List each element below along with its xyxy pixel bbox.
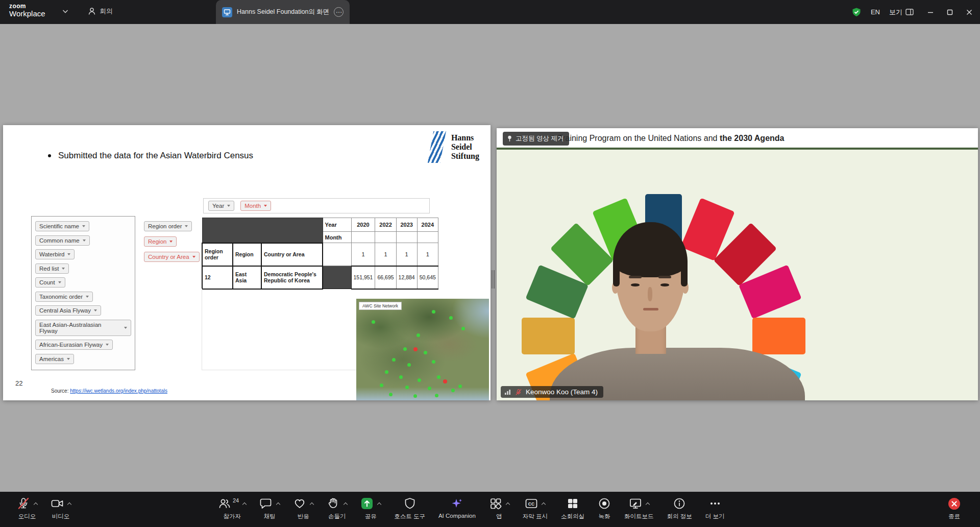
view-button[interactable]: 보기: [889, 8, 914, 17]
person-icon: [88, 7, 96, 15]
video-button[interactable]: 비디오: [44, 496, 78, 520]
row-field-label: Region order: [148, 223, 182, 229]
chevron-up-icon[interactable]: [377, 502, 381, 506]
month-value: 1: [351, 243, 375, 266]
meeting-tab-label: 회의: [100, 7, 113, 16]
whiteboard-button[interactable]: 화이트보드: [618, 496, 660, 520]
year-2022: 2022: [375, 218, 396, 232]
year-field-button[interactable]: Year: [208, 201, 234, 211]
month-field-button[interactable]: Month: [240, 201, 271, 211]
row-field-region[interactable]: Region: [144, 236, 177, 247]
chevron-up-icon[interactable]: [344, 502, 348, 506]
col-header-region: Region: [233, 243, 261, 266]
end-meeting-button[interactable]: 종료: [941, 496, 968, 520]
more-button[interactable]: 더 보기: [699, 496, 731, 520]
filter-label: Taxonomic order: [39, 294, 83, 300]
language-selector[interactable]: EN: [871, 8, 880, 16]
meeting-tab[interactable]: 회의: [88, 7, 113, 16]
chevron-down-icon[interactable]: [62, 9, 68, 14]
row-field-label: Region: [148, 238, 166, 245]
toolbar-label: 화이트보드: [624, 513, 654, 520]
toolbar-label: 채팅: [264, 513, 276, 520]
chevron-up-icon[interactable]: [67, 502, 71, 506]
captions-button[interactable]: CC 자막 표시: [516, 496, 554, 520]
dropdown-arrow-icon: [86, 296, 89, 298]
filter-common-name[interactable]: Common name: [35, 235, 90, 246]
participants-count-badge: 24: [233, 497, 239, 504]
count-2020: 151,951: [351, 266, 375, 289]
participant-name-tag: Keonwoo Koo (Team 4): [501, 386, 603, 398]
filter-label: Americas: [39, 356, 64, 362]
hss-line-2: Seidel: [451, 142, 479, 152]
participants-button[interactable]: 24 참가자: [211, 496, 253, 520]
empty-cell: [396, 232, 417, 243]
chevron-up-icon[interactable]: [276, 502, 280, 506]
empty-cell: [375, 232, 396, 243]
row-field-region-order[interactable]: Region order: [144, 221, 192, 231]
shared-screen-content: Submitted the data for the Asian Waterbi…: [3, 125, 491, 400]
filter-scientific-name[interactable]: Scientific name: [35, 221, 89, 231]
month-value: 1: [396, 243, 417, 266]
chevron-up-icon[interactable]: [310, 502, 314, 506]
camera-icon: [51, 497, 64, 510]
shared-screen-tab[interactable]: Hanns Seidel Foundation의 화면 ⋯: [216, 0, 350, 24]
filter-waterbird[interactable]: Waterbird: [35, 249, 75, 259]
filter-americas[interactable]: Americas: [35, 354, 74, 364]
minimize-icon[interactable]: [927, 9, 934, 16]
filter-fields-box: Scientific name Common name Waterbird Re…: [31, 216, 135, 370]
share-screen-button[interactable]: 공유: [354, 496, 387, 520]
month-header-cell: Month: [323, 232, 351, 243]
col-header-country: Country or Area: [261, 243, 323, 266]
meeting-stage: Submitted the data for the Asian Waterbi…: [0, 24, 980, 492]
ai-companion-button[interactable]: AI Companion: [432, 496, 482, 520]
apps-button[interactable]: 앱: [482, 496, 516, 520]
filter-label: Common name: [39, 237, 80, 244]
chat-button[interactable]: 채팅: [253, 496, 286, 520]
source-line: Source: https://iwc.wetlands.org/index.p…: [51, 388, 167, 394]
panel-resize-handle[interactable]: [492, 270, 495, 289]
chevron-up-icon[interactable]: [242, 502, 247, 506]
filter-african-eurasian-flyway[interactable]: African-Eurasian Flyway: [35, 340, 113, 350]
filter-eaa-flyway[interactable]: East Asian-Australasian Flyway: [35, 320, 131, 336]
awc-site-map: AWC Site Network: [356, 299, 489, 400]
close-icon[interactable]: [966, 9, 973, 16]
dropdown-arrow-icon: [227, 205, 230, 207]
filter-label: Red list: [39, 266, 59, 272]
dropdown-arrow-icon: [264, 205, 267, 207]
filter-label: Count: [39, 279, 55, 285]
tab-more-icon[interactable]: ⋯: [334, 7, 344, 17]
shield-icon: [403, 497, 416, 510]
maximize-icon[interactable]: [946, 9, 953, 16]
chat-icon: [259, 497, 273, 510]
remove-pin-button[interactable]: 고정됨 영상 제거: [503, 132, 569, 146]
filter-central-asia-flyway[interactable]: Central Asia Flyway: [35, 305, 101, 316]
breakout-rooms-button[interactable]: 소회의실: [554, 496, 591, 520]
chevron-up-icon[interactable]: [506, 502, 510, 506]
raise-hand-button[interactable]: 손들기: [320, 496, 354, 520]
audio-button[interactable]: 오디오: [10, 496, 44, 520]
data-region: East Asia: [233, 266, 261, 289]
hanns-seidel-logo: Hanns Seidel Stiftung: [428, 131, 479, 163]
toolbar-label: 비디오: [52, 513, 70, 520]
dropdown-arrow-icon: [106, 344, 109, 346]
view-button-label: 보기: [889, 8, 902, 17]
meeting-info-button[interactable]: 회의 정보: [660, 496, 699, 520]
dropdown-arrow-icon: [62, 268, 65, 270]
toolbar-label: 앱: [496, 513, 502, 520]
security-shield-icon[interactable]: [851, 7, 862, 17]
filter-count[interactable]: Count: [35, 277, 65, 288]
chevron-up-icon[interactable]: [34, 502, 38, 506]
chevron-up-icon[interactable]: [646, 502, 650, 506]
slide-bullet: Submitted the data for the Asian Waterbi…: [48, 151, 253, 161]
filter-taxonomic-order[interactable]: Taxonomic order: [35, 292, 93, 302]
reactions-button[interactable]: 반응: [286, 496, 320, 520]
chevron-up-icon[interactable]: [542, 502, 546, 506]
info-icon: [673, 497, 686, 510]
filter-red-list[interactable]: Red list: [35, 264, 69, 274]
workplace-logo-text: Workplace: [9, 10, 45, 18]
row-field-country[interactable]: Country or Area: [144, 252, 200, 262]
titlebar-right-controls: EN 보기: [851, 0, 973, 24]
source-link[interactable]: https://iwc.wetlands.org/index.php/natto…: [70, 388, 167, 394]
record-button[interactable]: 녹화: [591, 496, 618, 520]
host-tools-button[interactable]: 호스트 도구: [387, 496, 432, 520]
